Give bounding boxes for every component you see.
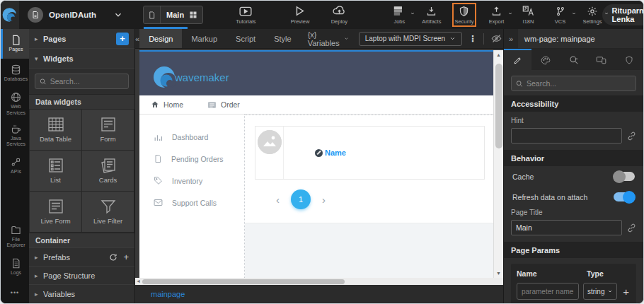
settings-button[interactable]: Settings <box>583 5 602 25</box>
param-type-select[interactable]: string <box>583 283 617 300</box>
menu-item-pending-orders[interactable]: Pending Orders <box>139 148 244 170</box>
tab-inspector[interactable] <box>560 49 587 70</box>
properties-search[interactable] <box>511 76 636 91</box>
canvas-page[interactable]: wavemaker Home Order <box>139 50 493 278</box>
footer-tab-mainpage[interactable]: mainpage <box>151 290 185 298</box>
brand-text: wavemaker <box>175 71 229 83</box>
security-button[interactable]: Security <box>454 5 473 25</box>
pencil-icon <box>513 56 522 65</box>
widget-list[interactable]: List <box>30 151 81 191</box>
param-name-input[interactable] <box>517 283 579 300</box>
variables-accordion[interactable]: ▸ Variables <box>29 284 134 303</box>
rail-item-databases[interactable]: Databases <box>1 59 29 88</box>
list-item-card[interactable]: Name <box>255 126 485 180</box>
chevron-down-icon <box>607 288 613 294</box>
rail-item-apis[interactable]: APIs <box>1 151 29 181</box>
menu-item-inventory[interactable]: Inventory <box>139 170 244 192</box>
device-preview-dropdown[interactable]: Laptop with MDPI Screen <box>359 32 462 46</box>
pagination-next-icon[interactable]: › <box>322 194 326 206</box>
refresh-prefabs-icon[interactable] <box>109 253 117 262</box>
pagination-prev-icon[interactable]: ‹ <box>276 194 280 206</box>
vertical-scroll-thumb[interactable] <box>495 64 502 148</box>
rail-item-logs[interactable]: Logs <box>1 252 29 282</box>
variables-label: Variables <box>43 290 75 298</box>
bind-property-link-icon[interactable] <box>627 223 636 233</box>
horizontal-scroll-thumb[interactable] <box>142 279 345 284</box>
nav-item-home[interactable]: Home <box>151 100 183 109</box>
more-options-kebab-icon[interactable]: ⋮ <box>462 34 483 44</box>
properties-header: » wm-page: mainpage <box>504 29 643 49</box>
palette-icon <box>541 56 551 65</box>
tab-properties[interactable] <box>504 49 531 70</box>
cache-toggle[interactable] <box>614 172 635 181</box>
page-tab-main[interactable]: Main <box>143 6 203 24</box>
scroll-left-arrow[interactable]: ◄ <box>136 278 141 285</box>
artifacts-button[interactable]: Artifacts <box>422 5 441 25</box>
pages-accordion[interactable]: ▸ Pages + <box>29 29 134 49</box>
scroll-up-arrow[interactable]: ▲ <box>496 50 501 59</box>
project-chevron-down-icon[interactable] <box>113 10 123 20</box>
vcs-chevron-down-icon <box>571 11 577 16</box>
tab-design[interactable]: Design <box>139 29 182 48</box>
page-title-input[interactable] <box>511 220 622 235</box>
vcs-button[interactable]: VCS <box>551 5 570 25</box>
canvas-list-region[interactable]: Name ‹ 1 › <box>244 115 493 278</box>
chevron-down-icon <box>344 35 349 42</box>
scroll-down-arrow[interactable]: ▼ <box>496 269 501 278</box>
tab-script[interactable]: Script <box>226 29 265 48</box>
caret-right-icon: ▸ <box>35 272 43 279</box>
project-switcher[interactable]: OpenIDAuth <box>28 7 96 23</box>
page-list-grid-icon[interactable] <box>184 6 202 23</box>
tab-style[interactable]: Style <box>265 29 300 48</box>
canvas-app-header[interactable]: wavemaker <box>139 52 493 95</box>
export-button[interactable]: Export <box>488 5 506 25</box>
properties-search-input[interactable] <box>527 79 631 88</box>
widget-cards[interactable]: Cards <box>82 151 134 191</box>
rail-item-java-services[interactable]: Java Services <box>1 120 29 152</box>
add-prefab-button[interactable]: + <box>123 252 129 262</box>
menu-item-support-calls[interactable]: Support Calls <box>139 192 244 214</box>
database-icon <box>11 64 21 75</box>
widget-form[interactable]: Form <box>82 110 134 150</box>
canvas-horizontal-scrollbar[interactable]: ◄ <box>135 278 503 285</box>
prefabs-accordion[interactable]: ▸ Prefabs + <box>29 247 134 266</box>
rail-item-file-explorer[interactable]: File Explorer <box>1 221 29 253</box>
pagination-current-page[interactable]: 1 <box>291 189 311 209</box>
rail-more-button[interactable]: ••• <box>1 282 29 303</box>
widget-live-filter[interactable]: Live Filter <box>82 192 134 232</box>
hide-widgets-eye-off-icon[interactable] <box>491 34 502 43</box>
tab-styles[interactable] <box>531 49 559 70</box>
properties-tabs <box>504 49 643 70</box>
preview-button[interactable]: Preview <box>291 5 310 25</box>
nav-item-order[interactable]: Order <box>207 100 240 109</box>
widget-search[interactable] <box>35 74 129 89</box>
widget-live-form[interactable]: Live Form <box>30 192 81 232</box>
i18n-button[interactable]: I18N <box>519 5 538 25</box>
widgets-accordion[interactable]: ▾ Widgets <box>29 49 134 69</box>
canvas-vertical-scrollbar[interactable]: ▲ ▼ <box>493 50 503 278</box>
expand-right-panel-button[interactable]: » <box>504 29 518 48</box>
tab-markup[interactable]: Markup <box>182 29 226 48</box>
deploy-button[interactable]: Deploy <box>330 5 348 25</box>
widget-data-table[interactable]: Data Table <box>30 110 81 150</box>
add-page-button[interactable]: + <box>116 33 129 45</box>
jobs-button[interactable]: Jobs <box>390 5 408 25</box>
hint-input[interactable] <box>511 128 622 144</box>
bind-property-link-icon[interactable] <box>627 131 636 141</box>
tab-security[interactable] <box>616 49 643 70</box>
variables-dropdown[interactable]: {x} Variables <box>301 30 356 47</box>
rail-item-pages[interactable]: Pages <box>1 29 29 59</box>
chevron-down-icon <box>449 35 456 42</box>
name-link[interactable]: Name <box>315 148 346 157</box>
rail-spacer <box>1 181 29 221</box>
tutorials-button[interactable]: Tutorials <box>236 5 255 25</box>
topbar-actions: Tutorials Preview Deploy Jobs <box>236 5 602 25</box>
widget-search-input[interactable] <box>50 77 124 86</box>
add-param-button[interactable]: + <box>621 286 631 298</box>
page-structure-accordion[interactable]: ▸ Page Structure <box>29 266 134 284</box>
magnifier-x-icon <box>569 55 579 65</box>
refresh-data-toggle[interactable] <box>614 192 635 201</box>
rail-item-web-services[interactable]: Web Services <box>1 88 29 120</box>
menu-item-dashboard[interactable]: Dashboard <box>139 126 244 148</box>
tab-devices[interactable] <box>587 49 615 70</box>
